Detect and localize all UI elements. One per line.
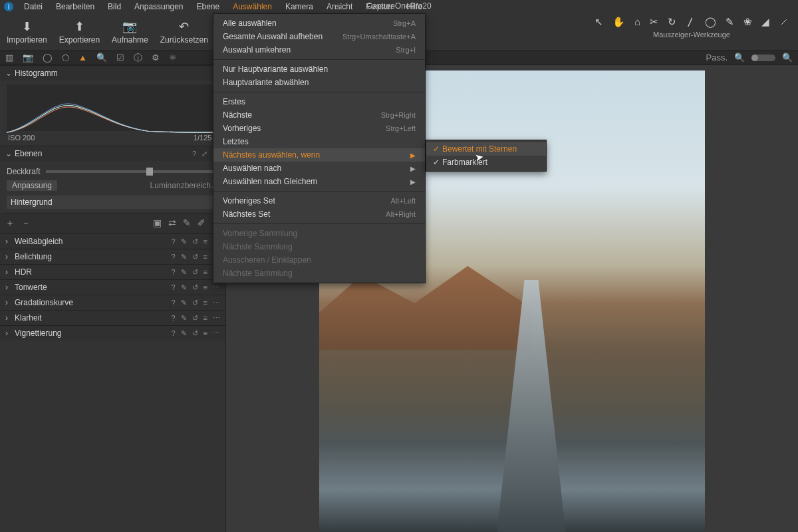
cursor-tool-4[interactable]: ↻ (668, 16, 676, 28)
help-icon[interactable]: ? (171, 253, 175, 261)
preset-icon[interactable]: ≡ (203, 237, 207, 246)
submenu-item-bewertet-mit-sternen[interactable]: ✓Bewertet mit Sternen (426, 142, 546, 156)
panel-tonwerte[interactable]: ›Tonwerte?✎↺≡⋯ (0, 279, 225, 295)
cursor-tool-1[interactable]: ✋ (612, 16, 625, 28)
menu-ansicht[interactable]: Ansicht (320, 0, 359, 13)
tooltab-3[interactable]: ⬠ (62, 53, 69, 63)
menu-item-vorheriges[interactable]: VorherigesStrg+Left (213, 122, 425, 135)
menu-icon[interactable]: ⋯ (213, 299, 220, 307)
preset-icon[interactable]: ≡ (203, 329, 207, 338)
luma-range-button[interactable]: Luminanzbereich… (150, 181, 219, 190)
menu-icon[interactable]: ⋯ (213, 283, 220, 292)
menu-datei[interactable]: Datei (17, 0, 49, 13)
menu-icon[interactable]: ⋯ (213, 329, 220, 338)
toolbar-exportieren-button[interactable]: ⬆Exportieren (59, 19, 100, 45)
menu-item-n-chstes-set[interactable]: Nächstes SetAlt+Right (213, 207, 425, 221)
auto-icon[interactable]: ✎ (181, 299, 187, 307)
add-layer-icon[interactable]: ＋ (5, 217, 15, 229)
menu-anpassungen[interactable]: Anpassungen (128, 0, 190, 13)
tooltab-7[interactable]: ⓘ (134, 52, 142, 64)
menu-bearbeiten[interactable]: Bearbeiten (49, 0, 101, 13)
reset-icon[interactable]: ↺ (192, 283, 198, 292)
menu-item-n-chstes-ausw-hlen-wenn[interactable]: Nächstes auswählen, wenn▶ (213, 148, 425, 162)
cursor-tool-5[interactable]: 〳 (686, 16, 696, 28)
reset-icon[interactable]: ↺ (192, 299, 198, 307)
help-icon[interactable]: ? (171, 283, 175, 292)
auto-icon[interactable]: ✎ (181, 237, 187, 246)
menu-item-nur-hauptvariante-ausw-hlen[interactable]: Nur Hauptvariante auswählen (213, 63, 425, 76)
search-icon[interactable]: 🔍 (734, 53, 745, 63)
menu-item-ausw-hlen-nach[interactable]: Auswählen nach▶ (213, 162, 425, 175)
remove-layer-icon[interactable]: － (21, 217, 31, 229)
menu-item-auswahl-umkehren[interactable]: Auswahl umkehrenStrg+I (213, 43, 425, 57)
toolbar-importieren-button[interactable]: ⬇Importieren (7, 19, 47, 45)
preset-icon[interactable]: ≡ (203, 314, 207, 323)
opacity-slider[interactable] (46, 170, 219, 173)
panel-vignettierung[interactable]: ›Vignettierung?✎↺≡⋯ (0, 325, 225, 340)
menu-ebene[interactable]: Ebene (190, 0, 226, 13)
help-icon[interactable]: ? (171, 237, 175, 246)
preset-icon[interactable]: ≡ (203, 283, 207, 292)
search-icon-2[interactable]: 🔍 (782, 53, 793, 63)
expand-icon[interactable]: ⤢ (201, 150, 207, 158)
layer-item-background[interactable]: Hintergrund (7, 196, 219, 209)
panel-weißabgleich[interactable]: ›Weißabgleich?✎↺≡⋯ (0, 233, 225, 249)
mask-icon[interactable]: ▣ (153, 217, 162, 229)
tooltab-6[interactable]: ☑ (116, 53, 124, 63)
tooltab-1[interactable]: 📷 (23, 53, 33, 63)
cursor-tool-2[interactable]: ⌂ (634, 16, 640, 28)
menu-item-ausw-hlen-nach-gleichem[interactable]: Auswählen nach Gleichem▶ (213, 175, 425, 188)
histogram-panel-header[interactable]: ⌄ Histogramm (0, 65, 225, 80)
cursor-tool-8[interactable]: ❀ (743, 16, 752, 28)
cursor-tool-0[interactable]: ↖ (595, 16, 603, 28)
auto-icon[interactable]: ✎ (181, 329, 187, 338)
filter-toggle[interactable] (751, 55, 775, 61)
brush-icon[interactable]: ✎ (183, 217, 191, 229)
reset-icon[interactable]: ↺ (192, 329, 198, 338)
toolbar-zurücksetzen-button[interactable]: ↶Zurücksetzen (160, 19, 208, 45)
blend-mode-select[interactable]: Anpassung (7, 180, 57, 191)
reset-icon[interactable]: ↺ (192, 314, 198, 323)
cursor-tool-6[interactable]: ◯ (705, 16, 716, 28)
menu-bild[interactable]: Bild (101, 0, 128, 13)
cursor-tool-3[interactable]: ✂ (650, 16, 658, 28)
eraser-icon[interactable]: ✐ (198, 217, 205, 229)
auto-icon[interactable]: ✎ (181, 314, 187, 323)
panel-gradationskurve[interactable]: ›Gradationskurve?✎↺≡⋯ (0, 295, 225, 310)
tooltab-9[interactable]: ⚛ (169, 53, 177, 63)
reset-icon[interactable]: ↺ (192, 268, 198, 277)
auto-icon[interactable]: ✎ (181, 253, 187, 261)
panel-hdr[interactable]: ›HDR?✎↺≡⋯ (0, 264, 225, 279)
menu-item-gesamte-auswahl-aufheben[interactable]: Gesamte Auswahl aufhebenStrg+Umschalttas… (213, 30, 425, 43)
menu-item-n-chste[interactable]: NächsteStrg+Right (213, 108, 425, 122)
menu-hilfe[interactable]: Hilfe (400, 0, 429, 13)
layers-panel-header[interactable]: ⌄ Ebenen ? ⤢ ⋯ (0, 146, 225, 161)
menu-item-letztes[interactable]: Letztes (213, 135, 425, 148)
menu-kamera[interactable]: Kamera (279, 0, 320, 13)
preset-icon[interactable]: ≡ (203, 268, 207, 277)
menu-fenster[interactable]: Fenster (359, 0, 400, 13)
menu-auswählen[interactable]: Auswählen (226, 0, 279, 13)
tooltab-2[interactable]: ◯ (43, 53, 53, 63)
menu-item-hauptvariante-abw-hlen[interactable]: Hauptvariante abwählen (213, 76, 425, 89)
tooltab-5[interactable]: 🔍 (96, 53, 107, 63)
menu-item-vorheriges-set[interactable]: Vorheriges SetAlt+Left (213, 194, 425, 207)
preset-icon[interactable]: ≡ (203, 299, 207, 307)
auto-icon[interactable]: ✎ (181, 283, 187, 292)
tooltab-8[interactable]: ⚙ (152, 53, 160, 63)
menu-item-alle-ausw-hlen[interactable]: Alle auswählenStrg+A (213, 17, 425, 30)
tooltab-4[interactable]: ▲ (78, 53, 87, 63)
submenu-item-farbmarkiert[interactable]: ✓Farbmarkiert (426, 156, 546, 169)
preset-icon[interactable]: ≡ (203, 253, 207, 261)
toolbar-aufnahme-button[interactable]: 📷Aufnahme (112, 19, 148, 45)
help-icon[interactable]: ? (192, 150, 196, 158)
invert-icon[interactable]: ⇄ (168, 217, 176, 229)
cursor-tool-7[interactable]: ✎ (726, 16, 734, 28)
help-icon[interactable]: ? (171, 314, 175, 323)
help-icon[interactable]: ? (171, 299, 175, 307)
reset-icon[interactable]: ↺ (192, 253, 198, 261)
tooltab-0[interactable]: ▥ (5, 53, 13, 63)
auto-icon[interactable]: ✎ (181, 268, 187, 277)
menu-icon[interactable]: ⋯ (213, 314, 220, 323)
help-icon[interactable]: ? (171, 268, 175, 277)
